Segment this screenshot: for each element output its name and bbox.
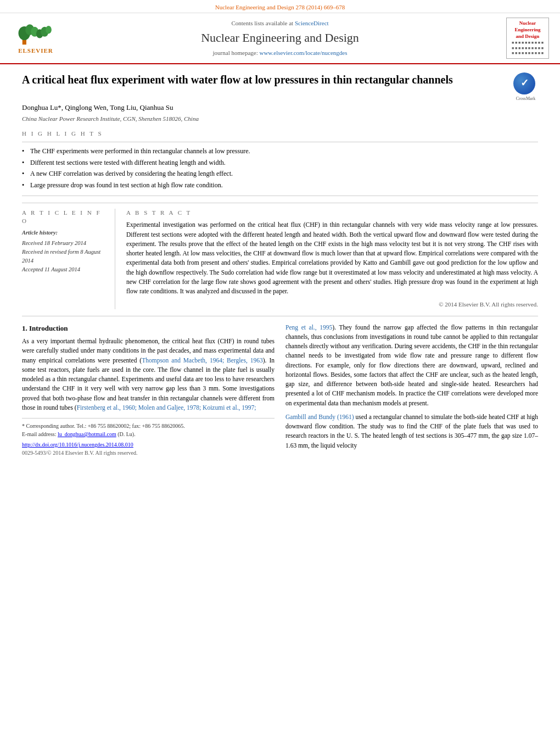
- email-link[interactable]: lu_donghua@hotmail.com: [58, 431, 116, 437]
- journal-homepage: journal homepage: www.elsevier.com/locat…: [60, 49, 500, 57]
- article-history-label: Article history:: [22, 229, 107, 237]
- highlight-item-4: Large pressure drop was found in test se…: [22, 180, 538, 191]
- body-col-left: 1. Introduction As a very important ther…: [22, 323, 275, 458]
- crossmark-label: CrossMark: [513, 96, 538, 102]
- abstract-label: A B S T R A C T: [126, 209, 538, 217]
- contents-link: Contents lists available at ScienceDirec…: [60, 19, 500, 27]
- body-para-right-1: Peng et al., 1995). They found the narro…: [285, 323, 538, 408]
- highlights-box: The CHF experiments were performed in th…: [22, 142, 538, 196]
- journal-citation-bar: Nuclear Engineering and Design 278 (2014…: [0, 0, 560, 13]
- abstract-text: Experimental investigation was performed…: [126, 220, 538, 296]
- highlight-item-1: The CHF experiments were performed in th…: [22, 146, 538, 157]
- crossmark-badge[interactable]: ✓ CrossMark: [513, 72, 538, 97]
- journal-citation-text: Nuclear Engineering and Design 278 (2014…: [215, 4, 345, 10]
- author-names: Donghua Lu*, Qinglong Wen, Tong Liu, Qia…: [22, 103, 173, 111]
- journal-logo-right: Nuclear Engineeringand Design ■ ■ ■ ■ ■ …: [500, 18, 549, 58]
- copyright-line: © 2014 Elsevier B.V. All rights reserved…: [126, 300, 538, 309]
- ref-thompson[interactable]: Thompson and Macbeth, 1964; Bergles, 196…: [142, 357, 263, 364]
- journal-title: Nuclear Engineering and Design: [60, 30, 500, 47]
- elsevier-tree-icon: [18, 21, 54, 46]
- article-title-section: A critical heat flux experiment with wat…: [22, 72, 538, 97]
- article-info-abstract-section: A R T I C L E I N F O Article history: R…: [22, 203, 538, 309]
- body-para-right-2: Gambill and Bundy (1961) used a rectangu…: [285, 412, 538, 450]
- article-info-column: A R T I C L E I N F O Article history: R…: [22, 209, 115, 309]
- revised-date: Received in revised form 8 August 2014: [22, 248, 107, 265]
- affiliation: China Nuclear Power Research Institute, …: [22, 115, 538, 123]
- elsevier-label: ELSEVIER: [18, 47, 53, 55]
- sciencedirect-link[interactable]: ScienceDirect: [295, 20, 329, 26]
- highlights-label: H I G H L I G H T S: [22, 130, 538, 138]
- body-columns: 1. Introduction As a very important ther…: [22, 323, 538, 458]
- content-area: A critical heat flux experiment with wat…: [0, 64, 560, 465]
- highlight-item-3: A new CHF correlation was derived by con…: [22, 168, 538, 180]
- homepage-link[interactable]: www.elsevier.com/locate/nucengdes: [259, 49, 347, 56]
- svg-point-6: [46, 26, 52, 34]
- footnote-email: E-mail address: lu_donghua@hotmail.com (…: [22, 430, 275, 438]
- footnote-corresponding: * Corresponding author. Tel.: +86 755 88…: [22, 422, 275, 430]
- ned-logo-box: Nuclear Engineeringand Design ■ ■ ■ ■ ■ …: [506, 18, 549, 58]
- article-info-label: A R T I C L E I N F O: [22, 209, 107, 226]
- section1-heading: 1. Introduction: [22, 323, 275, 334]
- ref-gambill[interactable]: Gambill and Bundy (1961): [285, 414, 354, 420]
- footnote-area: * Corresponding author. Tel.: +86 755 88…: [22, 418, 275, 457]
- accepted-date: Accepted 11 August 2014: [22, 265, 107, 274]
- page-wrapper: Nuclear Engineering and Design 278 (2014…: [0, 0, 560, 742]
- crossmark-icon: ✓: [513, 72, 535, 94]
- doi-line: http://dx.doi.org/10.1016/j.nucengdes.20…: [22, 440, 275, 449]
- section-divider: [22, 316, 538, 316]
- ref-firstenberg[interactable]: Firstenberg et al., 1960; Molen and Galj…: [77, 404, 256, 411]
- ref-peng[interactable]: Peng et al., 1995: [285, 324, 332, 331]
- journal-center: Contents lists available at ScienceDirec…: [60, 19, 500, 58]
- doi-link[interactable]: http://dx.doi.org/10.1016/j.nucengdes.20…: [22, 442, 133, 448]
- elsevier-logo: ELSEVIER: [11, 21, 60, 55]
- body-col-right: Peng et al., 1995). They found the narro…: [285, 323, 538, 458]
- body-para-1: As a very important thermal hydraulic ph…: [22, 337, 275, 412]
- article-title: A critical heat flux experiment with wat…: [22, 72, 513, 87]
- abstract-column: A B S T R A C T Experimental investigati…: [126, 209, 538, 309]
- journal-header: ELSEVIER Contents lists available at Sci…: [0, 13, 560, 64]
- highlight-item-2: Different test sections were tested with…: [22, 157, 538, 169]
- received-date: Received 18 February 2014: [22, 239, 107, 248]
- issn-line: 0029-5493/© 2014 Elsevier B.V. All right…: [22, 449, 275, 457]
- authors-line: Donghua Lu*, Qinglong Wen, Tong Liu, Qia…: [22, 103, 538, 113]
